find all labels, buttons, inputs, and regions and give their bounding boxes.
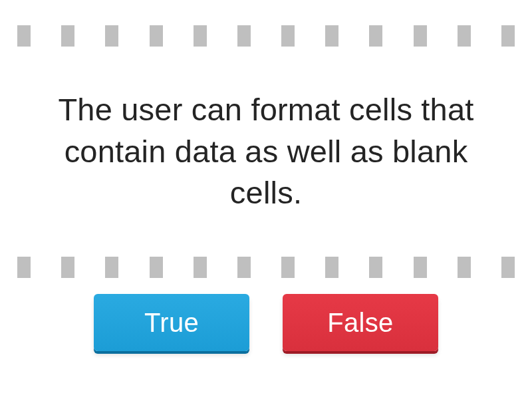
border-square: [458, 25, 471, 47]
border-square: [458, 257, 471, 278]
border-square: [325, 25, 338, 47]
border-square: [281, 257, 295, 278]
true-button[interactable]: True: [94, 294, 249, 351]
answer-buttons: True False: [0, 294, 532, 351]
border-square: [105, 25, 118, 47]
false-button[interactable]: False: [283, 294, 438, 351]
border-square: [501, 25, 515, 47]
border-square: [194, 25, 207, 47]
border-square: [17, 257, 31, 278]
border-square: [369, 257, 382, 278]
border-square: [501, 257, 515, 278]
border-square: [61, 25, 74, 47]
border-square: [369, 25, 382, 47]
border-square: [237, 25, 251, 47]
question-card: The user can format cells that contain d…: [0, 47, 532, 257]
border-square: [150, 257, 163, 278]
border-square: [325, 257, 338, 278]
border-square: [105, 257, 118, 278]
decorative-top-border: [0, 25, 532, 47]
decorative-bottom-border: [0, 257, 532, 278]
border-square: [150, 25, 163, 47]
border-square: [237, 257, 251, 278]
border-square: [194, 257, 207, 278]
border-square: [414, 257, 427, 278]
border-square: [414, 25, 427, 47]
question-text: The user can format cells that contain d…: [40, 89, 492, 214]
border-square: [17, 25, 31, 47]
border-square: [281, 25, 295, 47]
border-square: [61, 257, 74, 278]
